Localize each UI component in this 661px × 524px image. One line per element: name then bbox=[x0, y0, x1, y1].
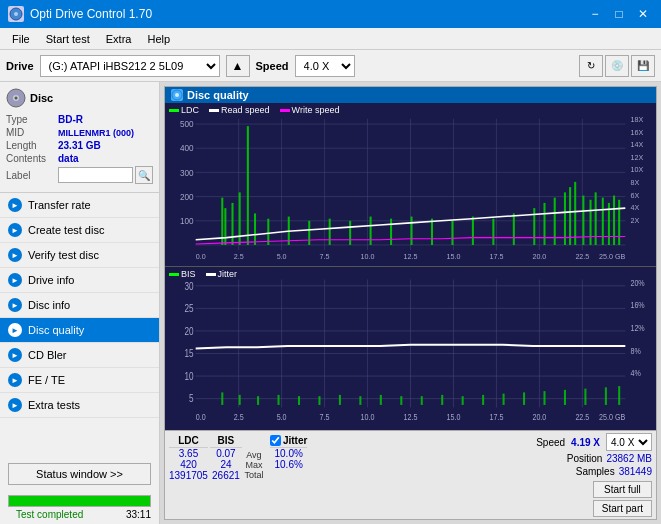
transfer-rate-label: Transfer rate bbox=[28, 199, 91, 211]
svg-rect-126 bbox=[380, 395, 382, 405]
time-text: 33:11 bbox=[126, 509, 151, 520]
sidebar-item-fe-te[interactable]: ► FE / TE bbox=[0, 368, 159, 393]
svg-point-6 bbox=[175, 93, 179, 97]
legend-bis: BIS bbox=[169, 269, 196, 279]
chart-container: Disc quality LDC Read speed Write speed bbox=[164, 86, 657, 520]
menu-bar: File Start test Extra Help bbox=[0, 28, 661, 50]
lower-chart: BIS Jitter bbox=[165, 267, 656, 430]
minimize-button[interactable]: − bbox=[585, 5, 605, 23]
svg-text:14X: 14X bbox=[630, 140, 643, 149]
svg-rect-128 bbox=[421, 396, 423, 405]
sidebar-item-extra-tests[interactable]: ► Extra tests bbox=[0, 393, 159, 418]
svg-rect-56 bbox=[308, 221, 310, 245]
bis-header: BIS bbox=[210, 435, 242, 448]
svg-rect-74 bbox=[590, 200, 592, 245]
svg-rect-65 bbox=[492, 219, 494, 245]
samples-value: 381449 bbox=[619, 466, 652, 477]
speed-label: Speed bbox=[256, 60, 289, 72]
jitter-avg: 10.0% bbox=[274, 448, 302, 459]
create-test-icon: ► bbox=[8, 223, 22, 237]
svg-text:20.0: 20.0 bbox=[532, 412, 546, 422]
menu-start-test[interactable]: Start test bbox=[38, 31, 98, 47]
svg-text:4%: 4% bbox=[630, 368, 640, 378]
svg-text:10.0: 10.0 bbox=[361, 412, 375, 422]
svg-rect-135 bbox=[564, 390, 566, 405]
svg-rect-119 bbox=[239, 395, 241, 405]
main-layout: Disc Type BD-R MID MILLENMR1 (000) Lengt… bbox=[0, 82, 661, 524]
fe-te-icon: ► bbox=[8, 373, 22, 387]
svg-text:20%: 20% bbox=[630, 278, 644, 288]
save-button[interactable]: 💾 bbox=[631, 55, 655, 77]
svg-text:500: 500 bbox=[180, 119, 194, 129]
svg-text:16X: 16X bbox=[630, 127, 643, 136]
bis-max: 24 bbox=[220, 459, 231, 470]
speed-select[interactable]: 4.0 X bbox=[606, 433, 652, 451]
speed-current-value: 4.19 X bbox=[571, 437, 600, 448]
drive-label: Drive bbox=[6, 60, 34, 72]
length-value: 23.31 GB bbox=[58, 140, 101, 151]
svg-text:0.0: 0.0 bbox=[196, 412, 206, 422]
drive-info-label: Drive info bbox=[28, 274, 74, 286]
ldc-header: LDC bbox=[169, 435, 208, 448]
svg-rect-52 bbox=[247, 126, 249, 245]
chart-title-bar: Disc quality bbox=[165, 87, 656, 103]
bis-avg: 0.07 bbox=[216, 448, 235, 459]
start-full-button[interactable]: Start full bbox=[593, 481, 652, 498]
menu-help[interactable]: Help bbox=[139, 31, 178, 47]
maximize-button[interactable]: □ bbox=[609, 5, 629, 23]
sidebar-item-create-test[interactable]: ► Create test disc bbox=[0, 218, 159, 243]
position-value: 23862 MB bbox=[606, 453, 652, 464]
refresh-button[interactable]: ↻ bbox=[579, 55, 603, 77]
sidebar-item-drive-info[interactable]: ► Drive info bbox=[0, 268, 159, 293]
menu-file[interactable]: File bbox=[4, 31, 38, 47]
disc-info-label: Disc info bbox=[28, 299, 70, 311]
label-action-button[interactable]: 🔍 bbox=[135, 166, 153, 184]
bis-total: 26621 bbox=[212, 470, 240, 481]
jitter-checkbox[interactable] bbox=[270, 435, 281, 446]
status-window-button[interactable]: Status window >> bbox=[8, 463, 151, 485]
svg-text:12.5: 12.5 bbox=[404, 252, 418, 261]
legend-ldc: LDC bbox=[169, 105, 199, 115]
verify-test-label: Verify test disc bbox=[28, 249, 99, 261]
svg-text:6X: 6X bbox=[630, 191, 639, 200]
create-test-label: Create test disc bbox=[28, 224, 104, 236]
svg-rect-129 bbox=[441, 395, 443, 405]
mid-label: MID bbox=[6, 127, 58, 138]
svg-rect-118 bbox=[221, 392, 223, 405]
svg-text:10.0: 10.0 bbox=[361, 252, 375, 261]
close-button[interactable]: ✕ bbox=[633, 5, 653, 23]
speed-select[interactable]: 4.0 X bbox=[295, 55, 355, 77]
extra-tests-icon: ► bbox=[8, 398, 22, 412]
position-label: Position bbox=[567, 453, 603, 464]
progress-area: Test completed 33:11 bbox=[0, 491, 159, 524]
svg-rect-63 bbox=[451, 221, 453, 245]
svg-text:12.5: 12.5 bbox=[404, 412, 418, 422]
drive-select[interactable]: (G:) ATAPI iHBS212 2 5L09 bbox=[40, 55, 220, 77]
fe-te-label: FE / TE bbox=[28, 374, 65, 386]
svg-text:15.0: 15.0 bbox=[446, 412, 460, 422]
type-value: BD-R bbox=[58, 114, 83, 125]
svg-rect-61 bbox=[411, 217, 413, 245]
ldc-max: 420 bbox=[180, 459, 197, 470]
menu-extra[interactable]: Extra bbox=[98, 31, 140, 47]
svg-rect-71 bbox=[569, 187, 571, 245]
svg-rect-79 bbox=[618, 200, 620, 245]
drive-action-icons: ↻ 💿 💾 bbox=[579, 55, 655, 77]
sidebar-item-cd-bler[interactable]: ► CD Bler bbox=[0, 343, 159, 368]
svg-rect-120 bbox=[257, 396, 259, 405]
label-input[interactable] bbox=[58, 167, 133, 183]
svg-text:200: 200 bbox=[180, 192, 194, 202]
cd-bler-label: CD Bler bbox=[28, 349, 67, 361]
total-label: Total bbox=[244, 470, 263, 480]
contents-label: Contents bbox=[6, 153, 58, 164]
sidebar-item-disc-info[interactable]: ► Disc info bbox=[0, 293, 159, 318]
start-part-button[interactable]: Start part bbox=[593, 500, 652, 517]
eject-button[interactable]: ▲ bbox=[226, 55, 250, 77]
sidebar-item-transfer-rate[interactable]: ► Transfer rate bbox=[0, 193, 159, 218]
sidebar-item-disc-quality[interactable]: ► Disc quality bbox=[0, 318, 159, 343]
svg-rect-132 bbox=[503, 394, 505, 405]
disc-button[interactable]: 💿 bbox=[605, 55, 629, 77]
progress-bar-outer bbox=[8, 495, 151, 507]
svg-rect-76 bbox=[602, 198, 604, 245]
sidebar-item-verify-test[interactable]: ► Verify test disc bbox=[0, 243, 159, 268]
